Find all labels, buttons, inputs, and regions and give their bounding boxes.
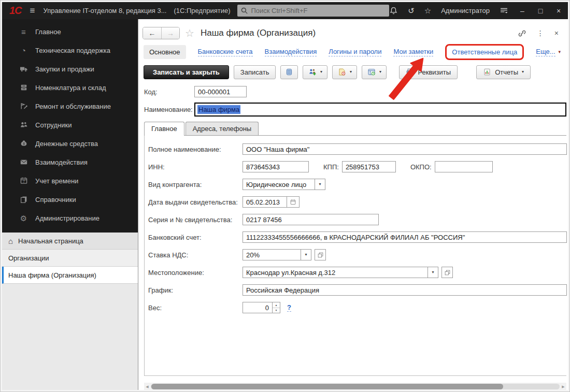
nav-link-interactions[interactable]: Взаимодействия [265,48,317,56]
scrollbar-track[interactable] [151,384,560,389]
envelope-icon [19,158,28,166]
notifications-bell-icon[interactable] [389,6,398,15]
cert-serial-field[interactable]: 0217 87456 [243,214,379,225]
cert-date-field[interactable]: 05.02.2013 [243,196,300,208]
inn-field[interactable]: 873645343 [243,161,309,172]
page-title: Наша фирма (Организация) [201,28,316,38]
open-location-button[interactable] [441,267,453,278]
vat-rate-select[interactable]: 20% ▾ [243,249,311,260]
service-menu-icon[interactable] [500,6,508,15]
database-button[interactable] [280,65,298,79]
details-button[interactable]: Реквизиты [399,65,458,79]
open-vat-button[interactable] [315,249,326,260]
minimize-button[interactable]: – [518,7,526,15]
calendar-picker-icon[interactable] [287,196,300,208]
vat-rate-label: Ставка НДС: [148,251,243,259]
counterparty-kind-select[interactable]: Юридическое лицо ▾ [243,179,325,190]
history-icon[interactable]: ↺ [408,7,415,14]
favorites-star-icon[interactable]: ☆ [424,7,431,14]
form-navigation: Основное Банковские счета Взаимодействия… [138,42,568,62]
sidebar-item-references[interactable]: Справочники [2,190,138,209]
pages-icon [19,195,28,204]
sidebar-item-purchases-sales[interactable]: Закупки и продажи [2,60,138,78]
add-favorite-star-icon[interactable]: ☆ [185,27,194,39]
sidebar-item-tech-support[interactable]: ◔ Техническая поддержка [2,41,138,60]
form-window: ← → ☆ Наша фирма (Организация) ⋮ × Основ… [138,19,568,390]
spin-down-icon[interactable]: ▼ [273,308,280,313]
horizontal-scrollbar[interactable]: ◀ ▶ [144,383,566,390]
sidebar-item-nomenclature-warehouse[interactable]: Номенклатура и склад [2,78,138,97]
chevron-down-icon: ▾ [305,253,307,257]
schedule-field[interactable]: Российская Федерация [243,284,567,296]
spin-up-icon[interactable]: ▲ [273,302,280,308]
forward-button[interactable]: → [161,27,179,39]
tab-our-company[interactable]: Наша фирма (Организация) [2,267,138,284]
kpp-field[interactable]: 258951753 [342,161,396,172]
schedule-label: График: [148,286,243,294]
printer-icon [406,68,414,76]
sidebar-item-interactions[interactable]: Взаимодействия [2,153,138,171]
code-label: Код: [144,88,194,96]
titlebar: 1С ≡ Управление IT-отделом 8, редакция 3… [2,2,568,19]
nav-link-logins-passwords[interactable]: Логины и пароли [329,48,381,56]
save-button[interactable]: Записать [234,65,276,79]
weight-label: Вес: [148,304,243,312]
hamburger-menu-icon[interactable]: ≡ [30,6,35,16]
scrollbar-thumb[interactable] [151,384,503,389]
toolbar: Записать и закрыть Записать ▾ ▾ ▾ [138,62,568,82]
location-select[interactable]: Краснодар ул.Красная д.312 ▾ [243,267,438,278]
back-button[interactable]: ← [143,27,161,39]
add-user-button[interactable]: ▾ [303,65,327,79]
weight-stepper[interactable]: 0 ▲ ▼ [243,302,280,313]
get-link-icon[interactable] [518,29,526,38]
document-history-button[interactable]: ▾ [332,65,357,79]
name-label: Наименование: [144,106,194,113]
search-input[interactable]: Поиск Ctrl+Shift+F [237,5,389,17]
full-name-field[interactable]: ООО "Наша фирма" [243,143,567,155]
scroll-right-icon[interactable]: ▶ [561,385,565,388]
more-menu-icon[interactable]: ⋮ [537,29,544,37]
tab-home-page[interactable]: ⌂ Начальная страница [2,233,138,250]
scroll-left-icon[interactable]: ◀ [145,385,149,388]
chevron-down-icon: ▾ [379,70,381,74]
kpp-label: КПП: [323,163,339,171]
database-icon [285,68,293,76]
save-and-close-button[interactable]: Записать и закрыть [144,65,229,79]
cert-date-label: Дата выдачи свидетельства: [148,198,243,206]
reports-button[interactable]: Отчеты ▾ [476,65,531,79]
close-window-button[interactable]: × [554,7,563,15]
nav-link-bank-accounts[interactable]: Банковские счета [198,48,253,56]
maximize-button[interactable]: □ [536,7,545,15]
okpo-field[interactable] [435,161,493,172]
sidebar-item-money[interactable]: Денежные средства [2,134,138,153]
okpo-label: ОКПО: [410,163,432,171]
tab-glavnoe[interactable]: Главное [144,122,184,136]
sidebar-item-repair-service[interactable]: Ремонт и обслуживание [2,97,138,115]
close-form-button[interactable]: × [554,29,559,37]
nav-link-responsible-persons[interactable]: Ответственные лица [445,44,524,60]
nav-link-my-notes[interactable]: Мои заметки [393,48,433,56]
name-field[interactable]: Наша фирма [194,103,566,117]
sidebar: ≡ Главное ◔ Техническая поддержка Закупк… [2,19,138,390]
nav-current-osnovnoe[interactable]: Основное [144,45,186,59]
location-label: Местоположение: [148,269,243,277]
weight-help-link[interactable]: ? [287,303,291,312]
inn-label: ИНН: [148,163,243,171]
tab-addresses-phones[interactable]: Адреса, телефоны [186,122,259,135]
sidebar-item-main[interactable]: ≡ Главное [2,22,138,41]
tab-organizations[interactable]: Организации [2,250,138,267]
form-history-button[interactable]: ▾ [362,65,387,79]
spinner-buttons[interactable]: ▲ ▼ [273,302,280,313]
code-field[interactable]: 00-000001 [194,86,247,97]
sidebar-item-employees[interactable]: Сотрудники [2,115,138,134]
cert-serial-label: Серия и № свидетельства: [148,216,243,224]
current-user[interactable]: Администратор [441,7,490,14]
sidebar-item-time-tracking[interactable]: 7 Учет времени [2,171,138,190]
support-ring-icon: ◔ [19,46,28,54]
add-user-icon [308,68,317,76]
nav-more-button[interactable]: Еще... ▾ [536,48,561,56]
sidebar-item-administration[interactable]: ⚙ Администрирование [2,209,138,227]
form-tabs: Главное Адреса, телефоны [144,122,566,136]
bank-account-field[interactable]: 11122333455556666666, в КРАСНОДАРСКИЙ ФИ… [243,231,567,243]
home-icon: ⌂ [8,237,13,245]
